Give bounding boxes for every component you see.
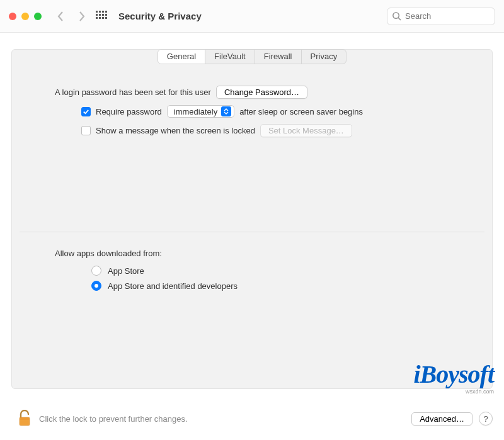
- svg-rect-2: [102, 11, 104, 13]
- allow-apps-label: Allow apps downloaded from:: [55, 249, 454, 258]
- require-password-delay-select[interactable]: immediately: [167, 105, 234, 118]
- footer-right: Advanced… ?: [411, 412, 493, 426]
- radio-identified-row: App Store and identified developers: [91, 281, 454, 291]
- lock-text: Click the lock to prevent further change…: [39, 414, 188, 424]
- back-button[interactable]: [55, 11, 66, 22]
- change-password-button[interactable]: Change Password…: [216, 86, 307, 99]
- show-message-row: Show a message when the screen is locked…: [81, 124, 454, 137]
- allow-apps-section: Allow apps downloaded from: App Store Ap…: [12, 232, 492, 291]
- help-button[interactable]: ?: [479, 412, 493, 426]
- radio-identified-label: App Store and identified developers: [108, 281, 238, 291]
- svg-rect-9: [99, 17, 101, 19]
- require-password-label: Require password: [96, 107, 162, 116]
- show-message-checkbox[interactable]: [81, 126, 91, 135]
- svg-line-13: [398, 18, 401, 20]
- search-icon: [392, 11, 401, 21]
- svg-rect-5: [99, 14, 101, 16]
- advanced-button[interactable]: Advanced…: [411, 412, 472, 426]
- require-password-row: Require password immediately after sleep…: [81, 105, 454, 118]
- svg-rect-7: [105, 14, 107, 16]
- svg-rect-8: [96, 17, 98, 19]
- search-input[interactable]: [387, 8, 495, 25]
- zoom-window-icon[interactable]: [34, 13, 42, 20]
- login-password-row: A login password has been set for this u…: [55, 86, 454, 99]
- radio-app-store[interactable]: [91, 266, 101, 276]
- tab-general[interactable]: General: [158, 50, 205, 64]
- show-message-label: Show a message when the screen is locked: [96, 126, 255, 135]
- svg-rect-10: [102, 17, 104, 19]
- svg-rect-0: [96, 11, 98, 13]
- chevron-updown-icon: [221, 106, 231, 116]
- tab-firewall[interactable]: Firewall: [255, 50, 302, 64]
- svg-rect-3: [105, 11, 107, 13]
- minimize-window-icon[interactable]: [21, 13, 29, 20]
- forward-button[interactable]: [77, 11, 87, 22]
- watermark-logo: iBoysoft: [413, 362, 494, 387]
- search-field-wrap: [387, 8, 495, 25]
- radio-identified-developers[interactable]: [91, 281, 101, 291]
- require-password-tail: after sleep or screen saver begins: [239, 107, 363, 116]
- watermark-attribution: wsxdn.com: [466, 388, 494, 395]
- show-all-icon[interactable]: [96, 11, 107, 22]
- set-lock-message-button: Set Lock Message…: [260, 124, 352, 137]
- general-section: A login password has been set for this u…: [12, 64, 492, 137]
- radio-app-store-label: App Store: [108, 266, 144, 276]
- tab-privacy[interactable]: Privacy: [302, 50, 346, 64]
- require-password-checkbox[interactable]: [81, 107, 91, 116]
- tab-filevault[interactable]: FileVault: [205, 50, 255, 64]
- toolbar: Security & Privacy: [0, 0, 504, 33]
- svg-rect-11: [105, 17, 107, 19]
- nav-arrows: [55, 11, 87, 22]
- footer: Click the lock to prevent further change…: [0, 402, 504, 440]
- tab-bar: General FileVault Firewall Privacy: [158, 49, 346, 64]
- preferences-pane: General FileVault Firewall Privacy A log…: [11, 49, 493, 389]
- svg-rect-1: [99, 11, 101, 13]
- svg-rect-4: [96, 14, 98, 16]
- window-controls: [9, 13, 42, 20]
- close-window-icon[interactable]: [9, 13, 16, 20]
- login-password-text: A login password has been set for this u…: [55, 87, 211, 97]
- require-password-delay-value: immediately: [174, 107, 217, 116]
- svg-point-12: [393, 12, 399, 18]
- window-title: Security & Privacy: [118, 11, 202, 21]
- svg-rect-6: [102, 14, 104, 16]
- lock-icon[interactable]: [18, 410, 32, 428]
- svg-rect-15: [20, 417, 30, 420]
- radio-app-store-row: App Store: [91, 266, 454, 276]
